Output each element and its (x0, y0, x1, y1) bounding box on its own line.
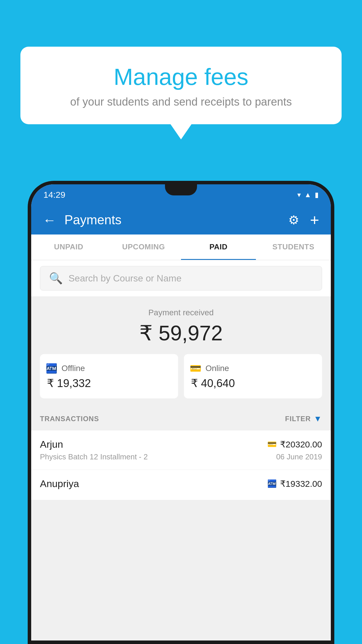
status-icons: ▾ ▲ ▮ (297, 191, 319, 199)
back-button[interactable]: ← (43, 212, 56, 228)
header-actions: ⚙ + (288, 211, 319, 229)
payment-received-label: Payment received (40, 308, 322, 317)
transaction-name: Arjun (40, 439, 63, 450)
online-payment-icon: 💳 (267, 440, 277, 449)
transaction-row-anupriya[interactable]: Anupriya 🏧 ₹19332.00 (31, 470, 331, 500)
filter-button[interactable]: FILTER ▼ (285, 414, 322, 424)
transactions-label: TRANSACTIONS (40, 415, 99, 423)
transaction-date: 06 June 2019 (276, 452, 322, 461)
offline-label: Offline (61, 364, 85, 373)
phone-mockup: 14:29 ▾ ▲ ▮ ← Payments ⚙ + UNPAID UPCOMI… (28, 181, 334, 644)
offline-amount: ₹ 19,332 (46, 377, 91, 390)
offline-payment-icon: 🏧 (267, 479, 277, 488)
online-amount: ₹ 40,640 (190, 377, 235, 390)
offline-card-header: 🏧 Offline (46, 363, 85, 374)
battery-icon: ▮ (315, 191, 319, 199)
tab-students[interactable]: STUDENTS (256, 235, 331, 260)
filter-text: FILTER (285, 415, 311, 423)
phone-screen: 14:29 ▾ ▲ ▮ ← Payments ⚙ + UNPAID UPCOMI… (31, 184, 331, 640)
bubble-subtitle: of your students and send receipts to pa… (35, 96, 327, 108)
search-box[interactable]: 🔍 Search by Course or Name (40, 266, 322, 290)
speech-bubble: Manage fees of your students and send re… (20, 47, 342, 124)
signal-icon: ▲ (304, 191, 311, 199)
app-header: ← Payments ⚙ + (31, 205, 331, 235)
status-bar: 14:29 ▾ ▲ ▮ (31, 184, 331, 205)
offline-card: 🏧 Offline ₹ 19,332 (40, 354, 178, 398)
online-card-header: 💳 Online (190, 363, 229, 374)
payment-summary: Payment received ₹ 59,972 🏧 Offline ₹ 19… (31, 296, 331, 407)
search-container: 🔍 Search by Course or Name (31, 260, 331, 296)
online-card: 💳 Online ₹ 40,640 (184, 354, 322, 398)
transaction-top-2: Anupriya 🏧 ₹19332.00 (40, 478, 322, 489)
transaction-amount-row: 💳 ₹20320.00 (267, 439, 322, 449)
tab-upcoming[interactable]: UPCOMING (106, 235, 181, 260)
transaction-name-2: Anupriya (40, 478, 79, 489)
offline-icon: 🏧 (46, 363, 57, 374)
search-icon: 🔍 (49, 272, 63, 285)
tab-bar: UNPAID UPCOMING PAID STUDENTS (31, 235, 331, 260)
transaction-amount-row-2: 🏧 ₹19332.00 (267, 479, 322, 489)
page-title: Payments (64, 213, 288, 227)
payment-cards: 🏧 Offline ₹ 19,332 💳 Online ₹ 40,640 (40, 354, 322, 398)
transaction-bottom: Physics Batch 12 Installment - 2 06 June… (40, 452, 322, 461)
bubble-title: Manage fees (35, 64, 327, 90)
online-icon: 💳 (190, 363, 201, 374)
status-time: 14:29 (43, 190, 65, 200)
transaction-row-arjun[interactable]: Arjun 💳 ₹20320.00 Physics Batch 12 Insta… (31, 430, 331, 470)
transaction-course: Physics Batch 12 Installment - 2 (40, 452, 148, 461)
wifi-icon: ▾ (297, 191, 301, 199)
filter-icon: ▼ (314, 414, 322, 424)
tab-unpaid[interactable]: UNPAID (31, 235, 106, 260)
transactions-header: TRANSACTIONS FILTER ▼ (31, 407, 331, 430)
transaction-amount: ₹20320.00 (280, 439, 322, 449)
online-label: Online (205, 364, 229, 373)
search-placeholder: Search by Course or Name (68, 273, 182, 284)
transaction-amount-2: ₹19332.00 (280, 479, 322, 489)
payment-total-amount: ₹ 59,972 (40, 321, 322, 345)
tab-paid[interactable]: PAID (181, 235, 256, 260)
transaction-top: Arjun 💳 ₹20320.00 (40, 439, 322, 450)
add-icon[interactable]: + (310, 211, 319, 229)
notch (165, 184, 197, 195)
settings-icon[interactable]: ⚙ (288, 213, 299, 227)
